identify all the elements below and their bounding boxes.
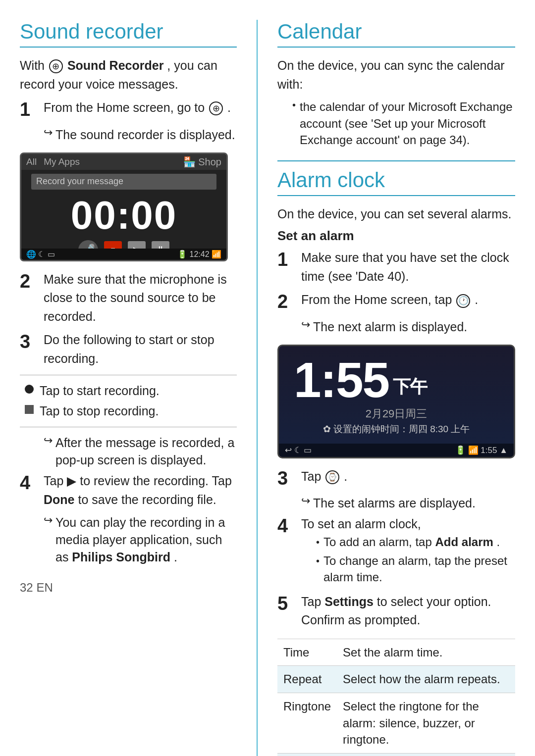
alarm-time-text: 1:55 bbox=[294, 355, 389, 404]
arrow-symbol-a3: ↪ bbox=[301, 495, 310, 507]
sound-recorder-intro: With ⊕ Sound Recorder , you can record y… bbox=[20, 56, 237, 94]
table-cell-label-value: Add description for the alarm. bbox=[337, 753, 515, 756]
intro-text: With bbox=[20, 58, 48, 72]
phone-screen: All My Apps 🏪 Shop Record your message 0… bbox=[20, 152, 228, 261]
phone-time: 00:00 bbox=[21, 196, 226, 235]
home-icon: ⊕ bbox=[209, 101, 223, 115]
step-3-num: 3 bbox=[20, 331, 40, 353]
shop-label: Shop bbox=[198, 156, 221, 167]
alarm-step-5-num: 5 bbox=[277, 593, 297, 615]
step-4-num: 4 bbox=[20, 472, 40, 495]
step-2-num: 2 bbox=[20, 270, 40, 293]
circle-bullet bbox=[25, 385, 34, 394]
table-cell-ringtone-value: Select the ringtone for the alarm: silen… bbox=[337, 693, 515, 753]
phone-tabs: All My Apps bbox=[26, 156, 80, 167]
right-column: Calendar On the device, you can sync the… bbox=[258, 20, 515, 756]
clock-icon: 🕐 bbox=[456, 294, 470, 308]
calendar-bullet-text: the calendar of your Microsoft Exchange … bbox=[300, 99, 515, 149]
statusbar-left: 🌐 ☾ ▭ bbox=[26, 250, 55, 259]
add-alarm-rest: . bbox=[497, 535, 500, 549]
alarm-sub-bullet-2: • To change an alarm, tap the preset ala… bbox=[316, 553, 515, 586]
calendar-intro: On the device, you can sync the calendar… bbox=[277, 56, 515, 94]
shop-tab: 🏪 Shop bbox=[183, 156, 221, 168]
alarm-step-3-arrow: ↪ The set alarms are displayed. bbox=[301, 495, 515, 512]
step-1: 1 From the Home screen, go to ⊕ . bbox=[20, 99, 237, 121]
add-alarm-bold: Add alarm bbox=[435, 535, 493, 549]
alarm-step-4-content: To set an alarm clock, • To add an alarm… bbox=[301, 515, 515, 587]
alarm-divider bbox=[277, 160, 515, 161]
alarm-step-2-dot: . bbox=[475, 293, 478, 306]
alarm-nav-icons: ↩ ☾ ▭ bbox=[285, 445, 312, 455]
table-row-time: Time Set the alarm time. bbox=[277, 639, 515, 666]
alarm-step-1: 1 Make sure that you have set the clock … bbox=[277, 249, 515, 286]
sub-dot-1: • bbox=[316, 535, 320, 550]
page-num-text: 32 bbox=[20, 581, 33, 594]
step-4-arrow-text: You can play the recording in a media pl… bbox=[55, 514, 237, 566]
alarm-step-5-settings: Settings bbox=[324, 595, 374, 608]
step-4-content: Tap ▶ to review the recording. Tap Done … bbox=[44, 472, 237, 509]
alarm-status-icons: 🔋 📶 1:55 ▲ bbox=[455, 445, 508, 455]
phone-header: All My Apps 🏪 Shop bbox=[21, 154, 226, 170]
alarm-step-4-num: 4 bbox=[277, 515, 297, 538]
step-3-text: Do the following to start or stop record… bbox=[44, 331, 237, 368]
step-1-text: From the Home screen, go to bbox=[44, 101, 208, 114]
step-1-arrow-text: The sound recorder is displayed. bbox=[55, 126, 235, 144]
alarm-next: ✿ 设置的闹钟时间：周四 8:30 上午 bbox=[279, 423, 514, 436]
bullet-circle-row: Tap to start recording. bbox=[25, 382, 237, 400]
statusbar-right: 🔋 12:42 📶 bbox=[177, 250, 221, 259]
sound-recorder-icon: ⊕ bbox=[49, 59, 63, 73]
alarm-sub-bullet-1: • To add an alarm, tap Add alarm . bbox=[316, 534, 515, 551]
alarm-step-3-text: Tap bbox=[301, 469, 324, 483]
step-2-text: Make sure that the microphone is close t… bbox=[44, 270, 237, 326]
page: Sound recorder With ⊕ Sound Recorder , y… bbox=[0, 0, 535, 756]
record-bar-text: Record your message bbox=[36, 176, 123, 187]
alarm-step-3-dot: . bbox=[344, 469, 347, 483]
alarm-step-3: 3 Tap ⌚ . bbox=[277, 467, 515, 490]
step-4-text3: to save the recording file. bbox=[78, 493, 216, 506]
alarm-step-3-content: Tap ⌚ . bbox=[301, 467, 515, 486]
table-cell-repeat-value: Select how the alarm repeats. bbox=[337, 666, 515, 693]
step-4-text1: Tap bbox=[44, 474, 67, 488]
alarm-date: 2月29日周三 bbox=[279, 406, 514, 421]
step-4-bold2: Philips Songbird bbox=[72, 550, 170, 564]
alarm-step-5: 5 Tap Settings to select your option. Co… bbox=[277, 593, 515, 630]
alarm-intro: On the device, you can set several alarm… bbox=[277, 205, 515, 224]
alarm-step-3-arrow-text: The set alarms are displayed. bbox=[313, 495, 476, 512]
sound-recorder-bold: Sound Recorder bbox=[67, 58, 163, 72]
alarm-statusbar: ↩ ☾ ▭ 🔋 📶 1:55 ▲ bbox=[279, 444, 514, 457]
alarm-sub-text-1: To add an alarm, tap Add alarm . bbox=[323, 534, 500, 551]
tab-all: All bbox=[26, 156, 37, 167]
record-bar: Record your message bbox=[31, 174, 216, 190]
calendar-bullet-1: • the calendar of your Microsoft Exchang… bbox=[292, 99, 515, 149]
calendar-title: Calendar bbox=[277, 20, 515, 48]
step-2: 2 Make sure that the microphone is close… bbox=[20, 270, 237, 326]
alarm-step-4: 4 To set an alarm clock, • To add an ala… bbox=[277, 515, 515, 587]
table-cell-time-label: Time bbox=[277, 639, 337, 666]
arrow-symbol-2: ↪ bbox=[44, 434, 53, 447]
settings-table: Time Set the alarm time. Repeat Select h… bbox=[277, 639, 515, 756]
alarm-sub-text-2: To change an alarm, tap the preset alarm… bbox=[323, 553, 515, 586]
step-1-num: 1 bbox=[20, 99, 40, 121]
phone-statusbar: 🌐 ☾ ▭ 🔋 12:42 📶 bbox=[21, 249, 226, 260]
table-row-repeat: Repeat Select how the alarm repeats. bbox=[277, 666, 515, 693]
arrow-2-text: After the message is recorded, a pop-up … bbox=[55, 434, 237, 469]
step-4-end: . bbox=[174, 550, 177, 564]
step-4-done: Done bbox=[44, 493, 75, 506]
alarm-step-2-arrow: ↪ The next alarm is displayed. bbox=[301, 318, 515, 336]
page-number: 32 EN bbox=[20, 581, 237, 595]
arrow-symbol-a2: ↪ bbox=[301, 318, 310, 331]
alarm-search-icon: ⌚ bbox=[325, 470, 339, 484]
table-row-ringtone: Ringtone Select the ringtone for the ala… bbox=[277, 693, 515, 753]
alarm-step-2-text: From the Home screen, tap bbox=[301, 293, 455, 306]
shop-icon: 🏪 bbox=[183, 156, 196, 167]
alarm-title: Alarm clock bbox=[277, 168, 515, 196]
step-4: 4 Tap ▶ to review the recording. Tap Don… bbox=[20, 472, 237, 509]
arrow-2: ↪ After the message is recorded, a pop-u… bbox=[44, 434, 237, 469]
alarm-step-2-arrow-text: The next alarm is displayed. bbox=[313, 318, 467, 336]
sub-dot-2: • bbox=[316, 554, 320, 568]
divider-1 bbox=[20, 375, 237, 375]
alarm-time-display: 1:55 下午 bbox=[279, 346, 514, 404]
alarm-step-2-content: From the Home screen, tap 🕐 . bbox=[301, 291, 515, 309]
set-alarm-label: Set an alarm bbox=[277, 228, 515, 244]
alarm-step-5-tap: Tap bbox=[301, 595, 321, 608]
